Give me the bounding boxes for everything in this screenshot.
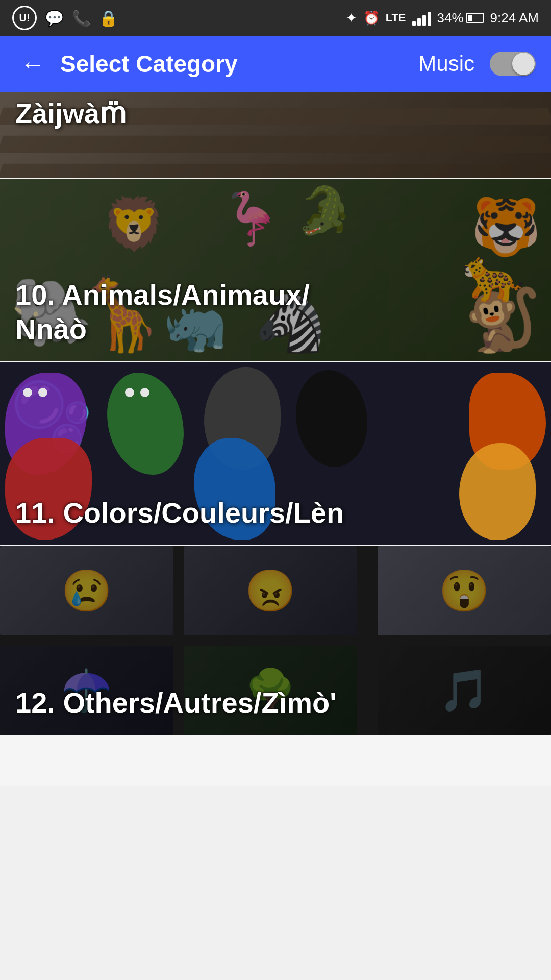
toggle-knob: [512, 53, 535, 75]
battery-percent: 34%: [437, 10, 464, 26]
back-button[interactable]: ←: [15, 45, 50, 83]
music-label: Music: [418, 52, 474, 76]
category-item-11[interactable]: 🫧 11. Colors/Couleurs/Lèn: [0, 362, 551, 546]
signal-bar-1: [412, 21, 416, 26]
page-title: Select Category: [60, 50, 408, 78]
whatsapp-icon: 📞: [72, 9, 91, 27]
category-item-9[interactable]: Zàijwàm̈: [0, 92, 551, 179]
category-9-label: Zàijwàm̈: [15, 97, 127, 130]
nav-bar: ← Select Category Music: [0, 36, 551, 92]
category-item-12[interactable]: 😢 😠 😲 ☂️ 🌳 🎵: [0, 546, 551, 735]
music-toggle[interactable]: [490, 52, 536, 76]
category-12-label: 12. Others/Autres/Zìmò': [15, 685, 336, 720]
battery-fill: [468, 15, 473, 21]
chat-icon: 💬: [45, 9, 64, 27]
lock-icon: 🔒: [99, 9, 118, 27]
category-10-label: 10. Animals/Animaux/Nnàò: [15, 278, 310, 346]
category-item-10[interactable]: 🐘 🦁 🦩 🐊 🐯 🦒 🦏 🦓 🐒 🐆 10. Animals/Animaux/…: [0, 179, 551, 362]
app-icon-u: U!: [12, 6, 37, 30]
signal-bar-4: [428, 12, 431, 26]
status-right-icons: ✦ ⏰ LTE 34% 9:24 AM: [346, 10, 539, 26]
signal-bar-2: [417, 18, 421, 26]
signal-bar-3: [422, 15, 426, 26]
bottom-area: [0, 735, 551, 786]
battery-indicator: 34%: [437, 10, 484, 26]
time-display: 9:24 AM: [490, 10, 539, 26]
category-11-label: 11. Colors/Couleurs/Lèn: [15, 496, 344, 530]
status-left-icons: U! 💬 📞 🔒: [12, 6, 118, 30]
alarm-icon: ⏰: [363, 10, 380, 26]
battery-body: [466, 13, 484, 23]
signal-bars: [412, 10, 431, 26]
categories-list: Zàijwàm̈ 🐘 🦁 🦩 🐊 🐯 🦒 🦏 🦓 🐒 🐆 10. Animals…: [0, 92, 551, 735]
lte-indicator: LTE: [386, 11, 406, 24]
status-bar: U! 💬 📞 🔒 ✦ ⏰ LTE 34% 9:24 AM: [0, 0, 551, 36]
bluetooth-icon: ✦: [346, 10, 357, 26]
